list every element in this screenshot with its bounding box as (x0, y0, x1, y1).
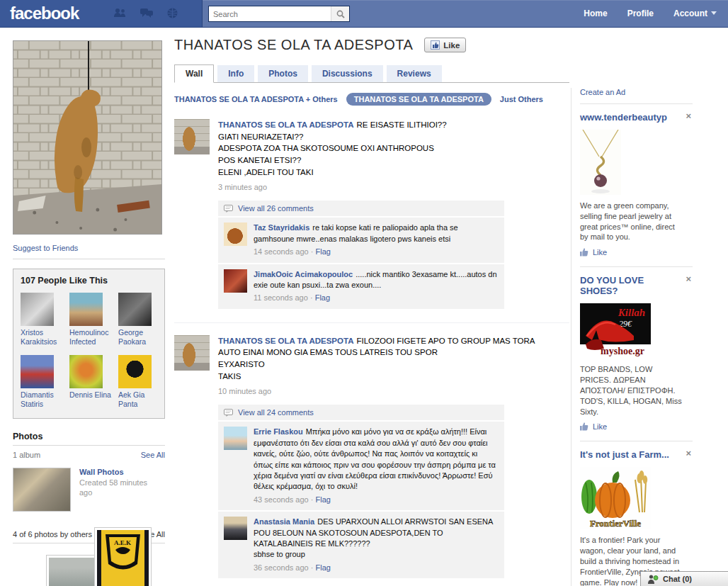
album-title-link[interactable]: Wall Photos (79, 468, 124, 476)
liker-avatar[interactable] (69, 355, 103, 388)
ad-tenderbeauty: www.tenderbeautyp × We are a green compa… (580, 111, 693, 259)
ad-frontierville: It's not just a Farm... × FrontierVille … (580, 449, 693, 586)
photo-thumbnail-aek[interactable]: A.E.K (94, 527, 152, 586)
ad-title-link[interactable]: www.tenderbeautyp (580, 113, 673, 123)
meta-separator: · (311, 247, 314, 256)
likers-grid: Xristos Karakitsios Hemoulinoc Infected … (21, 293, 157, 410)
friend-requests-icon[interactable] (113, 8, 126, 18)
post-timestamp: 10 minutes ago (218, 387, 569, 395)
ad-image-pearl-pendant[interactable] (580, 130, 621, 195)
comment-author-avatar[interactable] (224, 269, 247, 293)
comment-author-avatar[interactable] (224, 517, 247, 540)
tab-wall[interactable]: Wall (174, 64, 214, 83)
chat-label: Chat (0) (663, 575, 692, 583)
comment: Taz Stayridakisre taki kopse kati re pal… (218, 218, 504, 262)
wall-filter-bar: THANATOS SE OLA TA ADESPOTA + Others THA… (174, 93, 569, 106)
flag-link[interactable]: Flag (315, 563, 330, 572)
comment-author-link[interactable]: JimakOoic Acimakopouloc (254, 270, 353, 278)
tab-discussions[interactable]: Discussions (312, 65, 383, 82)
page-title: THANATOS SE OLA TA ADESPOTA (174, 37, 413, 53)
liker-item: George Paokara (118, 293, 161, 346)
comment-timestamp: 36 seconds ago (254, 563, 309, 572)
chat-bar[interactable]: Chat (0) (640, 571, 728, 586)
album-thumbnail[interactable] (13, 468, 71, 512)
comment-author-avatar[interactable] (224, 222, 247, 246)
ad-like-link[interactable]: Like (593, 248, 607, 257)
comment: JimakOoic Acimakopouloc.....nick mantiko… (218, 264, 504, 309)
comment-author-avatar[interactable] (224, 427, 247, 450)
ad-close-icon[interactable]: × (686, 450, 691, 457)
search-input[interactable] (209, 6, 331, 21)
liker-name-link[interactable]: Aek Gia Panta (118, 390, 161, 409)
filter-just-others[interactable]: Just Others (500, 95, 543, 103)
ad-myshoe: DO YOU LOVE SHOES? × Killah 29€ myshoe.g… (580, 274, 693, 434)
ad-close-icon[interactable]: × (686, 276, 691, 283)
ad-like-link[interactable]: Like (593, 422, 607, 431)
post-author-avatar[interactable] (174, 335, 210, 371)
ad-image-frontierville[interactable]: FrontierVille (580, 467, 651, 529)
tab-reviews[interactable]: Reviews (387, 65, 442, 82)
photos-header: Photos (13, 432, 165, 446)
liker-item: Diamantis Statiris (21, 355, 63, 409)
liker-avatar[interactable] (118, 355, 152, 388)
divider (580, 441, 693, 441)
liker-avatar[interactable] (118, 293, 152, 326)
wall-post: THANATOS SE OLA TA ADESPOTARE EISASTE IL… (174, 119, 569, 309)
profile-photo[interactable] (13, 40, 162, 235)
liker-name-link[interactable]: George Paokara (118, 328, 161, 346)
flag-link[interactable]: Flag (315, 247, 330, 256)
comment-author-link[interactable]: Taz Stayridakis (254, 223, 309, 232)
nav-home-link[interactable]: Home (584, 9, 607, 18)
filter-page-plus-others[interactable]: THANATOS SE OLA TA ADESPOTA + Others (174, 95, 338, 103)
liker-avatar[interactable] (69, 293, 103, 326)
liker-name-link[interactable]: Dennis Elina (69, 390, 112, 400)
notifications-globe-icon[interactable] (167, 8, 178, 18)
tab-info[interactable]: Info (217, 65, 254, 82)
comment-bubble-icon (224, 205, 233, 213)
ad-title-link[interactable]: It's not just a Farm... (580, 450, 673, 461)
suggest-to-friends-link[interactable]: Suggest to Friends (13, 244, 78, 252)
messages-icon[interactable] (140, 8, 153, 18)
post-timestamp: 3 minutes ago (218, 183, 569, 191)
post-author-avatar[interactable] (174, 119, 210, 154)
facebook-logo[interactable]: facebook (10, 4, 79, 23)
page-tabs: Wall Info Photos Discussions Reviews (174, 64, 569, 83)
post-line: POS KANETAI ETSI?? (218, 154, 569, 167)
thumbs-up-icon (580, 248, 589, 257)
liker-avatar[interactable] (21, 293, 54, 326)
tab-photos[interactable]: Photos (258, 65, 308, 82)
comment-author-link[interactable]: Errie Flaskou (254, 427, 303, 436)
meta-separator: · (310, 293, 313, 302)
search-icon (336, 10, 345, 18)
create-an-ad-link[interactable]: Create an Ad (580, 88, 625, 96)
page-like-button[interactable]: Like (424, 38, 466, 52)
liker-item: Hemoulinoc Infected (69, 293, 112, 346)
post-line: EYXARISTO (218, 359, 569, 371)
filter-page-only-selected[interactable]: THANATOS SE OLA TA ADESPOTA (346, 93, 491, 106)
see-all-albums-link[interactable]: See All (141, 451, 165, 459)
top-nav-bar: facebook Home Profile Account (0, 0, 728, 28)
photos-by-others-count: 4 of 6 photos by others (13, 530, 92, 539)
post-message: THANATOS SE OLA TA ADESPOTARE EISASTE IL… (218, 119, 569, 178)
nav-profile-link[interactable]: Profile (627, 9, 654, 18)
liker-name-link[interactable]: Diamantis Statiris (21, 390, 63, 409)
liker-name-link[interactable]: Xristos Karakitsios (21, 328, 63, 346)
flag-link[interactable]: Flag (315, 495, 330, 504)
view-all-comments-link[interactable]: View all 24 comments (238, 408, 314, 417)
comment-author-link[interactable]: Anastasia Mania (254, 517, 314, 526)
ad-image-killah-shoe[interactable]: Killah 29€ myshoe.gr (580, 303, 651, 359)
ad-title-link[interactable]: DO YOU LOVE SHOES? (580, 276, 673, 297)
liker-item: Xristos Karakitsios (21, 293, 63, 346)
facebook-page: facebook Home Profile Account (0, 0, 728, 586)
search-button[interactable] (331, 6, 349, 21)
nav-account-menu[interactable]: Account (673, 9, 717, 18)
post-author-link[interactable]: THANATOS SE OLA TA ADESPOTA (218, 337, 353, 345)
flag-link[interactable]: Flag (315, 293, 330, 302)
post-author-link[interactable]: THANATOS SE OLA TA ADESPOTA (218, 120, 353, 129)
ad-close-icon[interactable]: × (686, 113, 691, 120)
photo-thumbnail[interactable] (46, 555, 101, 586)
comment-timestamp: 43 seconds ago (254, 495, 309, 504)
view-all-comments-link[interactable]: View all 26 comments (238, 204, 314, 213)
liker-name-link[interactable]: Hemoulinoc Infected (69, 328, 112, 346)
liker-avatar[interactable] (21, 355, 54, 388)
